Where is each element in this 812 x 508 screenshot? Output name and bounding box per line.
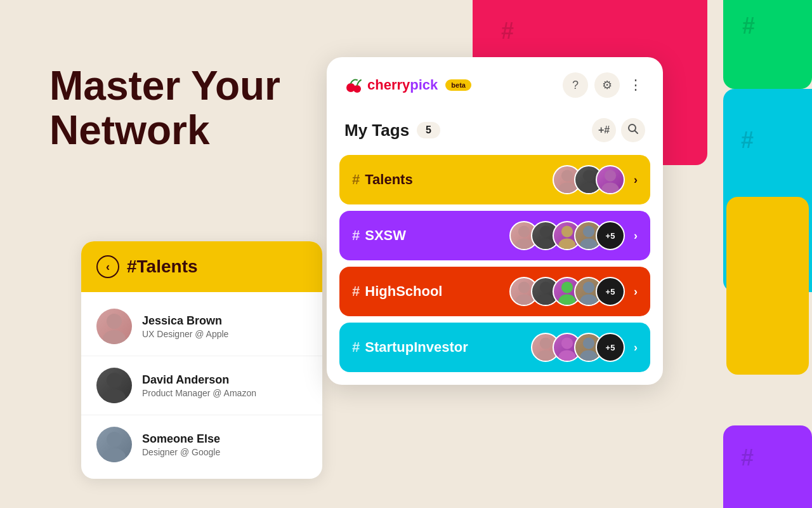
- avatar-third: [96, 427, 132, 462]
- svg-point-10: [561, 170, 573, 181]
- svg-point-37: [580, 351, 597, 362]
- cherry-icon: [344, 76, 362, 94]
- svg-point-15: [601, 183, 619, 194]
- avatar-jessica: [96, 309, 132, 344]
- tag-row-talents[interactable]: # Talents ›: [339, 155, 650, 204]
- tag-more-highschool: +5: [596, 277, 625, 306]
- tag-row-sxsw[interactable]: # SXSW +5 ›: [339, 211, 650, 260]
- hash-icon-pink: #: [501, 18, 514, 44]
- settings-button[interactable]: ⚙: [594, 72, 620, 98]
- tag-label-highschool: HighSchool: [365, 283, 509, 300]
- svg-point-0: [107, 314, 122, 329]
- contact-role-third: Designer @ Google: [142, 447, 220, 457]
- contact-name-third: Someone Else: [142, 432, 220, 446]
- svg-point-5: [103, 448, 126, 462]
- chevron-right-icon-sxsw: ›: [634, 229, 638, 243]
- hash-icon-purple: #: [741, 444, 754, 471]
- svg-point-20: [561, 225, 573, 237]
- help-button[interactable]: ?: [563, 72, 588, 98]
- svg-point-24: [518, 281, 530, 293]
- bg-purple-block: #: [723, 425, 812, 508]
- contact-role-jessica: UX Designer @ Apple: [142, 329, 228, 339]
- hash-icon-talents: #: [352, 171, 360, 188]
- contact-name-david: David Anderson: [142, 373, 256, 387]
- chevron-right-icon-highschool: ›: [634, 285, 638, 298]
- svg-point-25: [515, 295, 532, 306]
- svg-point-21: [558, 239, 575, 250]
- hash-icon-sxsw: #: [352, 227, 360, 244]
- logo-area: cherrypick beta: [344, 76, 471, 94]
- svg-point-19: [537, 239, 554, 250]
- talents-panel: ‹ #Talents Jessica Brown UX Designer @ A…: [81, 241, 322, 479]
- tag-avatars-sxsw: +5: [509, 221, 625, 250]
- svg-point-26: [540, 281, 551, 293]
- svg-point-13: [580, 183, 597, 194]
- search-icon: [627, 123, 639, 138]
- tag-avatars-highschool: +5: [509, 277, 625, 306]
- tags-list: # Talents › # SXSW: [327, 155, 663, 372]
- chevron-right-icon-startup: ›: [634, 341, 638, 354]
- more-button[interactable]: ⋮: [626, 74, 645, 96]
- logo-text: cherrypick: [367, 77, 438, 93]
- hash-icon-green: #: [742, 13, 755, 39]
- panel-header: ‹ #Talents: [81, 241, 322, 292]
- hash-icon-cyan: #: [741, 127, 754, 154]
- svg-point-28: [561, 281, 573, 293]
- tag-label-sxsw: SXSW: [365, 227, 509, 244]
- svg-point-31: [580, 295, 597, 306]
- svg-point-7: [353, 85, 361, 93]
- tag-avatar: [596, 165, 625, 194]
- avatar-david: [96, 368, 132, 403]
- tags-header: My Tags 5 +#: [327, 113, 663, 155]
- tags-title: My Tags: [344, 121, 409, 140]
- header-icons: ? ⚙ ⋮: [563, 72, 645, 98]
- hero-section: Master Your Network: [49, 64, 280, 153]
- svg-point-23: [580, 239, 597, 250]
- svg-point-32: [540, 337, 551, 349]
- app-header: cherrypick beta ? ⚙ ⋮: [327, 57, 663, 113]
- add-hash-icon: +#: [598, 124, 610, 136]
- add-tag-button[interactable]: +#: [592, 118, 616, 142]
- svg-point-34: [561, 337, 573, 349]
- panel-title: #Talents: [127, 257, 198, 277]
- contact-list: Jessica Brown UX Designer @ Apple David …: [81, 292, 322, 479]
- more-icon: ⋮: [629, 77, 643, 93]
- logo-cherry-text: cherry: [367, 77, 410, 93]
- svg-point-36: [583, 337, 594, 349]
- back-chevron-icon: ‹: [106, 260, 110, 274]
- bg-green-block: #: [723, 0, 812, 89]
- beta-badge: beta: [445, 79, 471, 91]
- svg-point-30: [583, 281, 594, 293]
- tags-actions: +#: [592, 118, 645, 142]
- contact-item-jessica[interactable]: Jessica Brown UX Designer @ Apple: [81, 297, 322, 356]
- contact-info-jessica: Jessica Brown UX Designer @ Apple: [142, 314, 228, 339]
- svg-point-11: [558, 183, 575, 194]
- svg-point-22: [583, 225, 594, 237]
- back-button[interactable]: ‹: [96, 255, 119, 278]
- hero-title: Master Your Network: [49, 64, 280, 153]
- svg-point-1: [103, 330, 126, 344]
- tag-label-startup: StartupInvestor: [365, 339, 531, 356]
- svg-point-33: [537, 351, 554, 362]
- help-icon: ?: [572, 79, 579, 92]
- tag-row-startup[interactable]: # StartupInvestor +5 ›: [339, 323, 650, 372]
- logo-pick-text: pick: [410, 77, 438, 93]
- search-tag-button[interactable]: [621, 118, 645, 142]
- svg-line-9: [635, 130, 638, 133]
- tag-more-startup: +5: [596, 333, 625, 362]
- svg-point-16: [518, 225, 530, 237]
- contact-item-third[interactable]: Someone Else Designer @ Google: [81, 415, 322, 474]
- tags-count: 5: [417, 122, 440, 138]
- contact-name-jessica: Jessica Brown: [142, 314, 228, 328]
- svg-point-18: [540, 225, 551, 237]
- tag-more-sxsw: +5: [596, 221, 625, 250]
- gear-icon: ⚙: [602, 78, 612, 92]
- tag-avatars-startup: +5: [531, 333, 625, 362]
- tag-row-highschool[interactable]: # HighSchool +5 ›: [339, 267, 650, 316]
- svg-point-14: [605, 170, 616, 181]
- contact-item-david[interactable]: David Anderson Product Manager @ Amazon: [81, 356, 322, 415]
- svg-point-29: [558, 295, 575, 306]
- svg-point-35: [558, 351, 575, 362]
- svg-point-27: [537, 295, 554, 306]
- svg-point-12: [583, 170, 594, 181]
